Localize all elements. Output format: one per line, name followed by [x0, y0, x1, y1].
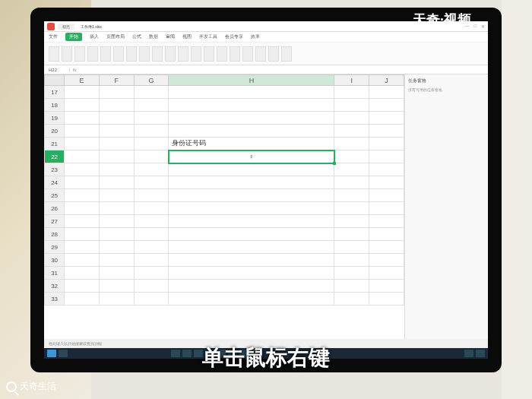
cell[interactable] [65, 254, 100, 267]
ribbon-sum[interactable] [204, 46, 214, 62]
cell[interactable] [134, 86, 169, 99]
cell[interactable] [334, 215, 369, 228]
cell[interactable] [99, 163, 134, 176]
cell[interactable] [334, 293, 369, 306]
cell[interactable] [65, 215, 100, 228]
cell[interactable] [334, 163, 369, 176]
cell[interactable] [65, 241, 100, 254]
cell[interactable] [99, 189, 134, 202]
row-header[interactable]: 27 [45, 215, 65, 228]
ribbon-cond[interactable] [191, 46, 201, 62]
ribbon-find[interactable] [242, 46, 253, 62]
taskbar-app[interactable] [171, 350, 180, 357]
cell[interactable] [369, 150, 404, 163]
menu-insert[interactable]: 插入 [90, 33, 99, 40]
cell[interactable] [334, 202, 369, 215]
cell[interactable] [334, 150, 369, 163]
cell[interactable] [65, 163, 100, 176]
ribbon-number[interactable] [152, 46, 163, 62]
row-header[interactable]: 19 [45, 112, 65, 125]
ribbon-freeze[interactable] [255, 46, 266, 62]
cell[interactable] [334, 189, 369, 202]
row-header[interactable]: 33 [45, 293, 65, 306]
cell[interactable] [169, 189, 334, 202]
cell[interactable] [169, 267, 334, 280]
cell[interactable] [134, 176, 169, 189]
cell[interactable] [99, 215, 134, 228]
cell[interactable] [369, 86, 404, 99]
tray-icon[interactable] [476, 350, 485, 357]
cell[interactable] [99, 86, 134, 99]
cell-H22-active[interactable]: ♀ [169, 150, 334, 163]
cell[interactable] [65, 228, 100, 241]
ribbon-tools[interactable] [281, 46, 292, 62]
cell[interactable] [65, 189, 100, 202]
doc-tab-1[interactable]: 工作簿1.xlsx [76, 24, 106, 30]
menu-vip[interactable]: 会员专享 [225, 33, 243, 40]
cell[interactable] [369, 202, 404, 215]
cell-H21[interactable]: 身份证号码 [169, 138, 334, 150]
cell[interactable] [334, 86, 369, 99]
cell[interactable] [134, 241, 169, 254]
cell[interactable] [65, 86, 100, 99]
cell[interactable] [99, 254, 134, 267]
cell[interactable] [334, 112, 369, 125]
menu-formula[interactable]: 公式 [132, 33, 141, 40]
ribbon-filter[interactable] [230, 46, 240, 62]
cell[interactable] [99, 241, 134, 254]
cell[interactable] [369, 293, 404, 306]
ribbon-merge[interactable] [126, 46, 137, 62]
cell[interactable] [169, 176, 334, 189]
cell[interactable] [169, 112, 334, 125]
cell[interactable] [134, 150, 169, 163]
cell[interactable] [334, 176, 369, 189]
cell[interactable] [134, 125, 169, 138]
cell[interactable] [65, 99, 100, 112]
row-header[interactable]: 28 [45, 228, 65, 241]
cell[interactable] [369, 280, 404, 293]
col-header-I[interactable]: I [334, 75, 369, 86]
cell[interactable] [369, 254, 404, 267]
cell[interactable] [134, 99, 169, 112]
cell[interactable] [169, 241, 334, 254]
cell[interactable] [169, 228, 334, 241]
row-header-active[interactable]: 22 [45, 150, 65, 163]
cell[interactable] [134, 228, 169, 241]
cell[interactable] [99, 125, 134, 138]
cell[interactable] [169, 163, 334, 176]
menu-data[interactable]: 数据 [149, 33, 158, 40]
cell[interactable] [65, 150, 100, 163]
row-header[interactable]: 18 [45, 99, 65, 112]
cell[interactable] [169, 99, 334, 112]
cell[interactable] [369, 241, 404, 254]
cell[interactable] [334, 138, 369, 150]
ribbon-format[interactable] [165, 46, 176, 62]
ribbon-cut[interactable] [62, 46, 72, 62]
cell[interactable] [99, 293, 134, 306]
ribbon-paste[interactable] [49, 46, 59, 62]
doc-tab-0[interactable]: 稻壳 [58, 24, 74, 30]
fx-icon[interactable]: fx [73, 68, 77, 72]
cell[interactable] [65, 125, 100, 138]
cell[interactable] [369, 215, 404, 228]
row-header[interactable]: 26 [45, 202, 65, 215]
cell[interactable] [369, 112, 404, 125]
cell[interactable] [65, 112, 100, 125]
cell[interactable] [65, 280, 100, 293]
menu-view[interactable]: 视图 [182, 33, 192, 40]
cell[interactable] [334, 280, 369, 293]
cell[interactable] [334, 228, 369, 241]
tray-icon[interactable] [464, 350, 473, 357]
start-button[interactable] [47, 350, 56, 357]
cell[interactable] [65, 138, 100, 150]
ribbon-align[interactable] [113, 46, 124, 62]
col-header-E[interactable]: E [65, 75, 100, 86]
cell[interactable] [134, 267, 169, 280]
cell[interactable] [99, 176, 134, 189]
cell[interactable] [334, 241, 369, 254]
cell[interactable] [334, 125, 369, 138]
maximize-icon[interactable]: □ [473, 24, 477, 29]
cell[interactable] [134, 112, 169, 125]
spreadsheet-grid[interactable]: E F G H I J 17 18 19 20 21身份证号码 22♀ 23 2… [44, 74, 404, 348]
ribbon-table[interactable] [268, 46, 279, 62]
